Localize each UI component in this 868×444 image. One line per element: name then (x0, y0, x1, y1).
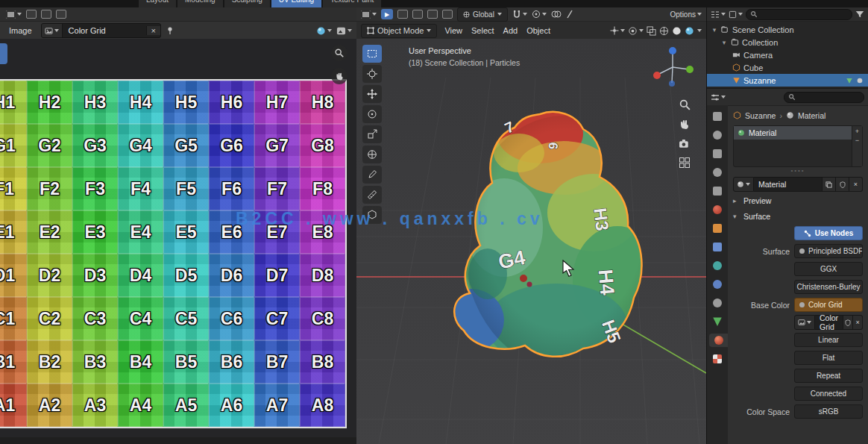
image-name-field[interactable]: Color Grid (63, 26, 146, 35)
navigation-gizmo[interactable] (651, 45, 694, 88)
browse-image-button[interactable] (794, 315, 815, 330)
outliner-row-cube[interactable]: Cube (707, 61, 868, 74)
orthographic-grid-icon[interactable] (679, 157, 691, 169)
tool-transform[interactable] (362, 146, 382, 163)
image-name-field[interactable]: Color Grid (815, 315, 843, 330)
distribution-dropdown[interactable]: GGX (794, 262, 863, 276)
shading-wireframe-icon[interactable] (659, 26, 669, 36)
viewport-canvas[interactable]: 7 6 H3 G4 H4 H5 User Perspective (18) Sc… (356, 39, 706, 444)
workspace-tab-uv-editing[interactable]: UV Editing (271, 0, 321, 7)
properties-search-input[interactable] (784, 92, 864, 103)
tool-annotate[interactable] (362, 166, 382, 184)
interpolation-dropdown[interactable]: Linear (794, 333, 863, 347)
list-resize-grip[interactable]: •••• (733, 169, 863, 175)
xray-toggle-icon[interactable] (647, 26, 656, 36)
properties-tab-physics[interactable] (707, 278, 728, 291)
tool-measure[interactable] (362, 186, 382, 204)
use-nodes-button[interactable]: Use Nodes (794, 226, 863, 240)
pan-hand-icon[interactable] (679, 119, 691, 131)
workspace-tab-layout[interactable]: Layout (139, 0, 176, 7)
material-slot-row[interactable]: Material (734, 126, 852, 140)
outliner-search-input[interactable] (746, 9, 852, 20)
base-color-input[interactable]: Color Grid (794, 298, 863, 312)
active-tool-button[interactable]: ▶ (381, 9, 393, 19)
model-suzanne[interactable]: 7 6 H3 G4 H4 H5 (452, 108, 653, 366)
tool-move[interactable] (362, 85, 382, 103)
viewport-menu-select[interactable]: Select (467, 25, 499, 37)
new-material-button[interactable] (823, 177, 836, 192)
unlink-material-button[interactable]: × (849, 177, 863, 192)
overlap-circles-icon[interactable] (551, 10, 562, 19)
unlink-image-button[interactable]: × (146, 26, 160, 35)
material-slot-list[interactable]: Material + − (733, 125, 863, 167)
breadcrumb-material[interactable]: Material (798, 111, 825, 120)
breadcrumb-object[interactable]: Suzanne (745, 111, 776, 120)
projection-dropdown[interactable]: Flat (794, 351, 863, 365)
window-icon[interactable] (41, 10, 51, 19)
overlays-dropdown[interactable] (628, 26, 644, 36)
outliner-row-scene-collection[interactable]: ▾ Scene Collection (707, 23, 868, 36)
zoom-icon[interactable] (679, 99, 691, 111)
gizmo-z-axis[interactable] (669, 47, 676, 54)
properties-tab-material[interactable] (709, 334, 728, 347)
browse-material-button[interactable] (733, 177, 754, 192)
editor-type-selector[interactable] (711, 93, 726, 101)
display-mode-dropdown[interactable] (729, 10, 743, 19)
properties-tab-render[interactable] (707, 128, 728, 142)
window-icon[interactable] (56, 10, 66, 19)
workspace-tab-texture-paint[interactable]: Texture Paint (323, 0, 381, 7)
properties-tab-output[interactable] (707, 147, 728, 160)
outliner-row-collection[interactable]: ▾ Collection (707, 36, 868, 49)
surface-panel-header[interactable]: ▾ Surface (733, 210, 863, 222)
preview-panel-header[interactable]: ▸ Preview (733, 194, 863, 207)
annotate-line-icon[interactable] (566, 10, 573, 19)
subsurface-method-dropdown[interactable]: Christensen-Burley (794, 280, 863, 294)
transform-orientation-dropdown[interactable]: Global (457, 7, 508, 22)
color-space-dropdown[interactable]: sRGB (794, 404, 863, 419)
snap-magnet-icon[interactable] (512, 10, 527, 19)
outliner-row-suzanne[interactable]: Suzanne (707, 74, 868, 87)
viewport-menu-add[interactable]: Add (499, 25, 523, 37)
mesh-data-icon[interactable] (846, 77, 853, 84)
pan-hand-icon[interactable] (331, 68, 347, 84)
image-menu[interactable]: Image (4, 25, 37, 37)
shading-material-icon[interactable] (685, 26, 694, 36)
material-name-field[interactable]: Material (754, 177, 823, 192)
properties-tab-tool[interactable] (707, 110, 728, 123)
properties-tab-view-layer[interactable] (707, 166, 728, 179)
properties-tab-modifiers[interactable] (707, 240, 728, 254)
window-icon[interactable] (412, 10, 423, 19)
window-icon[interactable] (26, 10, 37, 19)
active-tool-highlight[interactable] (0, 43, 7, 64)
fake-user-shield-button[interactable] (836, 177, 849, 192)
material-data-icon[interactable] (856, 77, 864, 84)
proportional-editing-icon[interactable] (532, 10, 547, 19)
editor-type-selector[interactable] (361, 10, 377, 19)
mode-dropdown[interactable]: Object Mode (361, 24, 437, 38)
properties-tab-particles[interactable] (707, 259, 728, 272)
disclosure-triangle-icon[interactable]: ▾ (711, 26, 718, 34)
outliner-row-camera[interactable]: Camera (707, 49, 868, 61)
fake-user-shield-button[interactable] (843, 315, 853, 330)
gizmo-z-neg-axis[interactable] (669, 81, 675, 87)
pin-icon[interactable] (166, 26, 174, 35)
tool-scale[interactable] (362, 125, 382, 143)
gizmo-x-axis[interactable] (653, 72, 661, 79)
image-settings-dropdown[interactable] (336, 26, 352, 36)
zoom-icon[interactable] (331, 45, 347, 61)
window-icon[interactable] (397, 10, 408, 19)
uv-image-canvas[interactable]: H1H2H3H4H5H6H7H8G1G2G3G4G5G6G7G8F1F2F3F4… (0, 39, 356, 444)
tool-select-box[interactable] (362, 45, 382, 63)
window-icon[interactable] (427, 10, 438, 19)
options-dropdown[interactable]: Options (670, 10, 702, 19)
unlink-image-button[interactable]: × (853, 315, 863, 330)
browse-image-button[interactable] (42, 24, 63, 37)
workspace-tab-sculpting[interactable]: Sculpting (224, 0, 270, 7)
show-gizmo-dropdown[interactable] (610, 26, 625, 35)
tool-cursor[interactable] (362, 65, 382, 83)
add-slot-button[interactable]: + (855, 128, 859, 135)
remove-slot-button[interactable]: − (855, 137, 859, 144)
extension-dropdown[interactable]: Repeat (794, 369, 863, 383)
shading-solid-icon[interactable] (672, 26, 682, 36)
disclosure-triangle-icon[interactable]: ▾ (720, 39, 728, 46)
